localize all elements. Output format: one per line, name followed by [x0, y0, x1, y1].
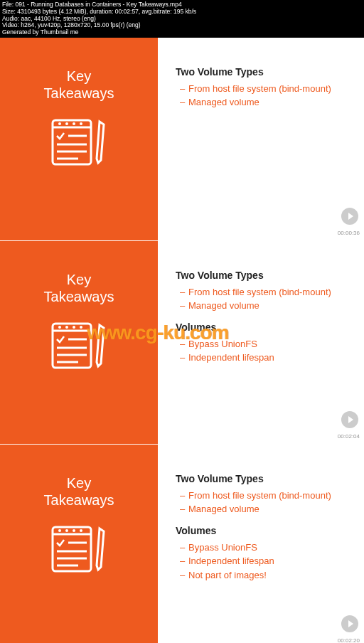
- svg-point-14: [73, 326, 75, 329]
- svg-point-5: [80, 122, 82, 125]
- bullet-list: From host file system (bind-mount) Manag…: [176, 285, 357, 313]
- svg-point-3: [65, 122, 68, 125]
- svg-point-24: [73, 529, 75, 532]
- svg-point-22: [58, 529, 61, 532]
- content-panel: Two Volume Types From host file system (…: [158, 445, 364, 643]
- timestamp-label: 00:02:20: [338, 637, 360, 643]
- list-item: Managed volume: [176, 299, 357, 313]
- section-heading: Two Volume Types: [176, 270, 357, 281]
- list-item: Managed volume: [176, 502, 357, 516]
- section-heading: Volumes: [176, 322, 357, 333]
- metadata-block: File: 091 - Running Databases in Contain…: [0, 0, 364, 38]
- list-item: Independent lifespan: [176, 554, 357, 568]
- sidebar-title-line1: Key: [67, 272, 91, 287]
- timestamp-label: 00:02:04: [338, 433, 360, 440]
- bullet-list: Bypass UnionFS Independent lifespan Not …: [176, 541, 357, 583]
- section-heading: Volumes: [176, 525, 357, 536]
- svg-point-2: [58, 122, 61, 125]
- bullet-list: Bypass UnionFS Independent lifespan: [176, 337, 357, 365]
- sidebar-panel: Key Takeaways: [0, 241, 158, 444]
- notepad-icon: [47, 116, 111, 167]
- sidebar-title: Key Takeaways: [44, 68, 114, 102]
- list-item: Managed volume: [176, 95, 357, 110]
- list-item: From host file system (bind-mount): [176, 82, 357, 96]
- svg-point-4: [73, 122, 75, 125]
- list-item: From host file system (bind-mount): [176, 489, 357, 503]
- timestamp-label: 00:00:36: [338, 230, 360, 236]
- list-item: Independent lifespan: [176, 351, 357, 365]
- play-icon[interactable]: [341, 615, 358, 632]
- svg-point-25: [80, 529, 82, 532]
- sidebar-title-line1: Key: [67, 68, 91, 84]
- sidebar-title-line2: Takeaways: [44, 492, 114, 508]
- svg-point-23: [65, 529, 68, 532]
- sidebar-panel: Key Takeaways: [0, 445, 158, 643]
- sidebar-title: Key Takeaways: [44, 474, 114, 509]
- sidebar-title-line1: Key: [67, 475, 91, 491]
- svg-point-15: [80, 326, 82, 329]
- play-icon[interactable]: [341, 208, 358, 225]
- notepad-icon: [47, 523, 111, 574]
- thumbnail-slide: Key Takeaways Two Volume Types From host…: [0, 38, 364, 241]
- svg-point-12: [58, 326, 61, 329]
- content-panel: Two Volume Types From host file system (…: [158, 38, 364, 240]
- thumbnail-slide: Key Takeaways Two Volume Types From host…: [0, 241, 364, 445]
- svg-point-13: [65, 326, 68, 329]
- list-item: Bypass UnionFS: [176, 337, 357, 351]
- section-heading: Two Volume Types: [176, 473, 357, 484]
- play-icon[interactable]: [341, 411, 358, 428]
- slides-container: Key Takeaways Two Volume Types From host…: [0, 38, 364, 643]
- notepad-icon: [47, 319, 111, 371]
- bullet-list: From host file system (bind-mount) Manag…: [176, 489, 357, 516]
- sidebar-title: Key Takeaways: [44, 271, 114, 305]
- bullet-list: From host file system (bind-mount) Manag…: [176, 82, 357, 110]
- sidebar-title-line2: Takeaways: [44, 85, 114, 101]
- sidebar-title-line2: Takeaways: [44, 289, 114, 304]
- list-item: Not part of images!: [176, 568, 357, 583]
- thumbnail-slide: Key Takeaways Two Volume Types From host…: [0, 445, 364, 643]
- sidebar-panel: Key Takeaways: [0, 38, 158, 240]
- list-item: Bypass UnionFS: [176, 541, 357, 555]
- metadata-line: Generated by Thumbnail me: [2, 29, 362, 36]
- content-panel: Two Volume Types From host file system (…: [158, 241, 364, 444]
- section-heading: Two Volume Types: [176, 66, 357, 78]
- list-item: From host file system (bind-mount): [176, 285, 357, 299]
